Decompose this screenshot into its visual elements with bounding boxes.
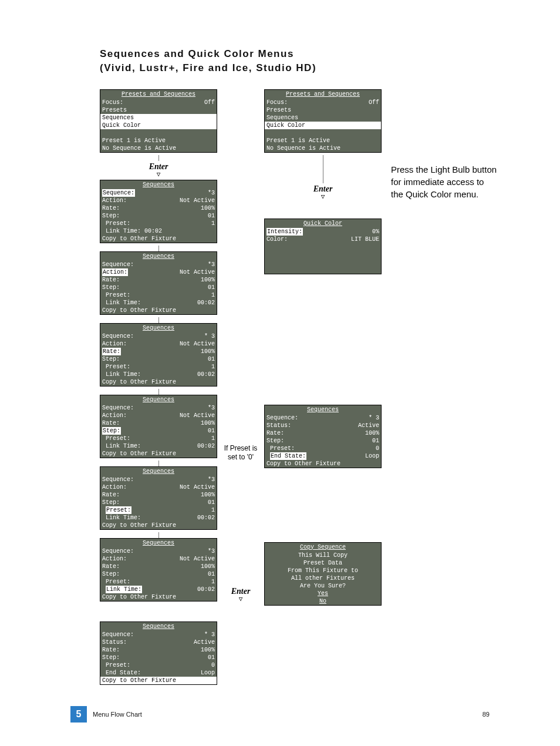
row-intensity[interactable]: Intensity:0% bbox=[265, 228, 381, 236]
panel-seq-h: Sequences Sequence:* 3 Status:Active Rat… bbox=[264, 405, 382, 468]
down-arrow-icon: ▽ bbox=[223, 596, 258, 602]
row-step[interactable]: Step:01 bbox=[100, 427, 217, 435]
column-right: Presets and Sequences Focus:Off Presets … bbox=[264, 89, 382, 687]
column-side: Press the Light Bulb button for immediat… bbox=[387, 89, 511, 687]
panel-seq-c: Sequences Sequence:* 3 Action:Not Active… bbox=[100, 323, 217, 387]
panel-seq-d: Sequences Sequence:*3 Action:Not Active … bbox=[100, 395, 217, 458]
row-rate[interactable]: Rate:100% bbox=[100, 348, 217, 355]
row-end-state[interactable]: End State:Loop bbox=[265, 452, 381, 460]
down-arrow-icon: ▽ bbox=[100, 172, 217, 177]
section-tab: 5 bbox=[70, 706, 87, 723]
down-arrow-icon: ▽ bbox=[264, 194, 382, 200]
page-footer: 5 Menu Flow Chart 89 bbox=[70, 706, 490, 723]
panel-presets-sequences-qc: Presets and Sequences Focus:Off Presets … bbox=[264, 89, 382, 153]
row-quick-color[interactable]: Quick Color bbox=[100, 122, 217, 129]
confirm-yes[interactable]: Yes bbox=[265, 590, 381, 597]
column-mid: If Preset is set to '0' Enter ▽ bbox=[223, 89, 258, 687]
panel-seq-f: Sequences Sequence:*3 Action:Not Active … bbox=[100, 538, 217, 601]
panel-copy-sequence: Copy Sequence This Will Copy Preset Data… bbox=[264, 542, 382, 606]
panel-seq-e: Sequences Sequence:*3 Action:Not Active … bbox=[100, 466, 217, 530]
title-line-1: Sequences and Quick Color Menus bbox=[100, 47, 478, 61]
row-link-time[interactable]: Link Time:00:02 bbox=[100, 586, 217, 593]
row-sequence[interactable]: Sequence:*3 bbox=[100, 189, 217, 197]
panel-title: Presets and Sequences bbox=[100, 90, 217, 99]
side-help-text: Press the Light Bulb button for immediat… bbox=[391, 163, 511, 200]
row-sequences[interactable]: Sequences bbox=[100, 114, 217, 122]
panel-seq-b: Sequences Sequence:*3 Action:Not Active … bbox=[100, 251, 217, 315]
preset-zero-note: If Preset is set to '0' bbox=[223, 444, 258, 462]
row-preset[interactable]: Preset:1 bbox=[100, 506, 217, 514]
confirm-no[interactable]: No bbox=[265, 597, 381, 605]
title-line-2: (Vivid, Lustr+, Fire and Ice, Studio HD) bbox=[100, 61, 478, 75]
page-title: Sequences and Quick Color Menus (Vivid, … bbox=[100, 47, 478, 75]
page-number: 89 bbox=[483, 711, 490, 718]
enter-label: Enter bbox=[100, 162, 217, 172]
section-label: Menu Flow Chart bbox=[93, 711, 142, 718]
column-left: Presets and Sequences Focus:Off Presets … bbox=[100, 89, 217, 687]
row-copy-to[interactable]: Copy to Other Fixture bbox=[100, 677, 217, 684]
row-action[interactable]: Action:Not Active bbox=[100, 268, 217, 276]
row-quick-color[interactable]: Quick Color bbox=[265, 122, 381, 129]
panel-seq-g: Sequences Sequence:* 3 Status:Active Rat… bbox=[100, 621, 217, 685]
panel-quick-color: Quick Color Intensity:0% Color:LIT BLUE bbox=[264, 219, 382, 274]
panel-seq-a: Sequences Sequence:*3 Action:Not Active … bbox=[100, 180, 217, 243]
panel-presets-sequences: Presets and Sequences Focus:Off Presets … bbox=[100, 89, 217, 153]
